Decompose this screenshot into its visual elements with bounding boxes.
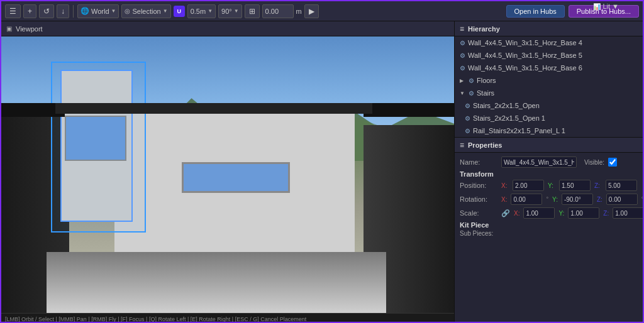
grid-button[interactable]: ⊞ — [245, 4, 260, 18]
viewport-hint-bar: [LMB] Orbit / Select | [MMB] Pan | [RMB]… — [1, 313, 454, 323]
snap-dropdown[interactable]: 0.5m ▼ — [187, 4, 216, 18]
properties-header: ≡ Properties — [455, 138, 643, 153]
properties-title: Properties — [468, 141, 502, 149]
visible-checkbox[interactable] — [608, 158, 617, 167]
scale-z-input[interactable] — [613, 207, 643, 219]
viewport-title: Viewport — [16, 25, 43, 33]
main-layout: ▣ Viewport 📊 Lit ▼ — [1, 21, 643, 323]
rot-z-input[interactable] — [606, 194, 638, 205]
hierarchy-item-stairs-open[interactable]: ⚙ Stairs_2x2x1.5_Open — [455, 99, 643, 112]
toolbar-right: Open in Hubs Publish to Hubs... — [506, 5, 639, 18]
prop-name-label: Name: — [460, 158, 497, 166]
sub-pieces-label: Sub Pieces: — [460, 230, 493, 237]
ceiling-center — [55, 103, 372, 114]
rot-z-deg: ° — [641, 196, 643, 202]
scale-x-axis: X: — [514, 210, 519, 217]
far-wall-window — [182, 162, 290, 192]
floors-icon: ⚙ — [469, 77, 474, 84]
properties-panel: ≡ Properties Name: Visible: Transform Po… — [455, 137, 643, 263]
lit-dropdown[interactable]: 📊 Lit ▼ — [593, 3, 619, 10]
selection-dropdown-arrow: ▼ — [163, 8, 168, 14]
angle-dropdown[interactable]: 90° ▼ — [218, 4, 242, 18]
prop-position-label: Position: — [460, 182, 497, 189]
visible-label: Visible: — [584, 159, 604, 166]
angle-dropdown-arrow: ▼ — [234, 8, 239, 14]
world-dropdown[interactable]: 🌐 World ▼ — [77, 4, 119, 18]
download-button[interactable]: ↓ — [57, 4, 69, 18]
wall5-label: Wall_4x4.5_Win_3x1.5_Horz_Base 5 — [468, 52, 582, 59]
stairs-open-icon: ⚙ — [465, 102, 470, 109]
scale-y-input[interactable] — [568, 207, 599, 219]
hierarchy-panel: ≡ Hierarchy ⚙ Wall_4x4.5_Win_3x1.5_Horz_… — [454, 21, 643, 323]
properties-icon: ≡ — [460, 141, 464, 150]
hierarchy-header: ≡ Hierarchy — [455, 21, 643, 36]
ubiquity-icon: U — [174, 6, 185, 17]
corridor-floor — [47, 252, 386, 313]
wall6-icon: ⚙ — [460, 65, 465, 72]
wall5-icon: ⚙ — [460, 52, 465, 59]
hierarchy-list: ⚙ Wall_4x4.5_Win_3x1.5_Horz_Base 4 ⚙ Wal… — [455, 36, 643, 137]
transform-title: Transform — [460, 170, 638, 178]
far-wall — [114, 114, 355, 252]
prop-position-row: Position: X: 2.00 Y: 1.50 Z: 5.00 — [460, 180, 638, 191]
stairs-open-label: Stairs_2x2x1.5_Open — [473, 102, 540, 109]
viewport-canvas[interactable] — [1, 36, 454, 313]
viewport-area: ▣ Viewport 📊 Lit ▼ — [1, 21, 454, 323]
pos-x-input[interactable]: 2.00 — [513, 180, 544, 191]
stairs-label: Stairs — [477, 89, 494, 97]
stairs-icon: ⚙ — [469, 90, 474, 97]
rail-label: Rail_Stairs2x2x1.5_Panel_L 1 — [473, 127, 565, 134]
hierarchy-item-wall5[interactable]: ⚙ Wall_4x4.5_Win_3x1.5_Horz_Base 5 — [455, 49, 643, 62]
prop-name-row: Name: Visible: — [460, 156, 638, 168]
add-button[interactable]: + — [23, 4, 36, 18]
scale-x-input[interactable] — [523, 207, 555, 219]
top-toolbar: ☰ + ↺ ↓ 🌐 World ▼ ◎ Selection ▼ U 0.5m ▼… — [1, 1, 643, 21]
hierarchy-title: Hierarchy — [468, 25, 500, 33]
hierarchy-item-wall4[interactable]: ⚙ Wall_4x4.5_Win_3x1.5_Horz_Base 4 — [455, 36, 643, 49]
position-unit: m — [296, 8, 302, 15]
rot-y-input[interactable] — [562, 194, 593, 205]
wall4-icon: ⚙ — [460, 40, 465, 47]
snap-dropdown-arrow: ▼ — [208, 8, 213, 14]
floors-label: Floors — [477, 77, 496, 84]
stairs-open1-icon: ⚙ — [465, 115, 470, 122]
viewport-hint: [LMB] Orbit / Select | [MMB] Pan | [RMB]… — [5, 316, 306, 322]
scale-y-axis: Y: — [558, 210, 564, 217]
play-button[interactable]: ▶ — [304, 4, 319, 18]
stairs-open1-label: Stairs_2x2x1.5_Open 1 — [473, 114, 545, 122]
stairs-expand: ▼ — [460, 90, 466, 96]
pos-y-input[interactable]: 1.50 — [559, 180, 591, 191]
pos-y-axis: Y: — [548, 182, 555, 189]
open-hubs-button[interactable]: Open in Hubs — [506, 5, 565, 18]
hierarchy-item-stairs[interactable]: ▼ ⚙ Stairs — [455, 87, 643, 99]
refresh-button[interactable]: ↺ — [39, 4, 54, 18]
rot-x-axis: X: — [501, 196, 507, 203]
prop-scale-row: Scale: 🔗 X: Y: Z: — [460, 207, 638, 219]
floors-expand: ▶ — [460, 78, 466, 84]
position-input[interactable] — [262, 4, 294, 18]
sub-pieces-row: Sub Pieces: — [460, 230, 638, 237]
rot-z-axis: Z: — [597, 196, 602, 203]
rot-y-axis: Y: — [552, 196, 558, 203]
prop-name-input[interactable] — [501, 156, 577, 168]
hierarchy-item-stairs-open1[interactable]: ⚙ Stairs_2x2x1.5_Open 1 — [455, 112, 643, 124]
ceiling-right — [364, 103, 454, 117]
selection-dropdown[interactable]: ◎ Selection ▼ — [121, 4, 170, 18]
prop-rotation-row: Rotation: X: ° Y: Z: ° — [460, 194, 638, 205]
lit-dropdown-arrow: ▼ — [612, 3, 619, 10]
rot-x-input[interactable] — [511, 194, 542, 205]
separator-1 — [73, 5, 74, 18]
rot-x-deg: ° — [546, 196, 548, 202]
world-dropdown-arrow: ▼ — [111, 8, 116, 14]
lit-label: Lit — [602, 3, 610, 10]
menu-button[interactable]: ☰ — [5, 4, 21, 18]
hierarchy-item-wall6[interactable]: ⚙ Wall_4x4.5_Win_3x1.5_Horz_Base 6 — [455, 62, 643, 74]
selection-box — [51, 62, 146, 233]
pos-z-input[interactable]: 5.00 — [606, 180, 637, 191]
hierarchy-item-rail[interactable]: ⚙ Rail_Stairs2x2x1.5_Panel_L 1 — [455, 124, 643, 137]
scale-link-icon: 🔗 — [501, 209, 510, 217]
prop-rotation-label: Rotation: — [460, 195, 497, 203]
scale-z-axis: Z: — [603, 210, 609, 217]
hierarchy-item-floors[interactable]: ▶ ⚙ Floors — [455, 74, 643, 87]
hierarchy-icon: ≡ — [460, 25, 464, 33]
